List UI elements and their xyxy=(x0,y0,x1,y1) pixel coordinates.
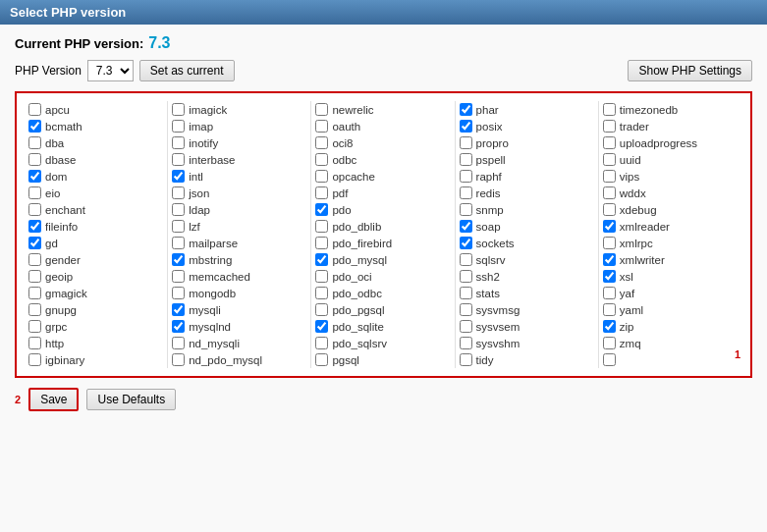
module-label-nd_mysqli[interactable]: nd_mysqli xyxy=(189,338,240,349)
module-label-nd_pdo_mysql[interactable]: nd_pdo_mysql xyxy=(189,354,262,366)
checkbox-inotify[interactable] xyxy=(172,136,185,149)
checkbox-bcmath[interactable] xyxy=(28,120,41,133)
checkbox-xmlwriter[interactable] xyxy=(603,253,616,266)
checkbox-wddx[interactable] xyxy=(603,186,616,199)
checkbox-interbase[interactable] xyxy=(172,153,185,166)
module-label-pdo_odbc[interactable]: pdo_odbc xyxy=(332,288,382,299)
module-label-uuid[interactable]: uuid xyxy=(620,154,641,166)
module-label-phar[interactable]: phar xyxy=(476,104,499,116)
module-label-pdo_dblib[interactable]: pdo_dblib xyxy=(332,221,381,233)
checkbox-zmq[interactable] xyxy=(603,337,616,349)
checkbox-zip[interactable] xyxy=(603,320,616,333)
module-label-wddx[interactable]: wddx xyxy=(620,187,646,199)
module-label-yaf[interactable]: yaf xyxy=(620,288,634,299)
checkbox-opcache[interactable] xyxy=(315,170,328,183)
checkbox-mongodb[interactable] xyxy=(172,287,185,299)
module-label-geoip[interactable]: geoip xyxy=(45,271,73,283)
checkbox-raphf[interactable] xyxy=(460,170,472,183)
module-label-sockets[interactable]: sockets xyxy=(476,238,515,249)
module-label-pdo_pgsql[interactable]: pdo_pgsql xyxy=(332,304,384,316)
checkbox-trader[interactable] xyxy=(603,120,616,133)
checkbox-fileinfo[interactable] xyxy=(28,220,41,233)
checkbox-propro[interactable] xyxy=(460,136,472,149)
module-label-igbinary[interactable]: igbinary xyxy=(45,354,84,366)
use-defaults-button[interactable]: Use Defaults xyxy=(86,389,176,410)
module-label-gnupg[interactable]: gnupg xyxy=(45,304,77,316)
checkbox-sysvsem[interactable] xyxy=(460,320,472,333)
checkbox-posix[interactable] xyxy=(460,120,472,133)
module-label-ldap[interactable]: ldap xyxy=(189,204,210,216)
module-label-timezonedb[interactable]: timezonedb xyxy=(620,104,678,116)
checkbox-oauth[interactable] xyxy=(315,120,328,133)
checkbox-xdebug[interactable] xyxy=(603,203,616,216)
checkbox-imap[interactable] xyxy=(172,120,185,133)
module-label-opcache[interactable]: opcache xyxy=(332,171,374,183)
checkbox-odbc[interactable] xyxy=(315,153,328,166)
checkbox-gmagick[interactable] xyxy=(28,287,41,299)
module-label-eio[interactable]: eio xyxy=(45,187,60,199)
module-label-apcu[interactable]: apcu xyxy=(45,104,70,116)
module-label-dbase[interactable]: dbase xyxy=(45,154,76,166)
checkbox-xmlreader[interactable] xyxy=(603,220,616,233)
checkbox-gender[interactable] xyxy=(28,253,41,266)
checkbox-[interactable] xyxy=(603,353,616,366)
module-label-pdo_oci[interactable]: pdo_oci xyxy=(332,271,371,283)
module-label-posix[interactable]: posix xyxy=(476,121,503,133)
checkbox-snmp[interactable] xyxy=(460,203,472,216)
checkbox-http[interactable] xyxy=(28,337,41,349)
module-label-grpc[interactable]: grpc xyxy=(45,321,67,333)
checkbox-redis[interactable] xyxy=(460,186,472,199)
checkbox-vips[interactable] xyxy=(603,170,616,183)
module-label-yaml[interactable]: yaml xyxy=(620,304,643,316)
module-label-oci8[interactable]: oci8 xyxy=(332,137,353,149)
checkbox-timezonedb[interactable] xyxy=(603,103,616,116)
checkbox-xmlrpc[interactable] xyxy=(603,237,616,249)
module-label-sysvsem[interactable]: sysvsem xyxy=(476,321,520,333)
module-label-xmlrpc[interactable]: xmlrpc xyxy=(620,238,653,249)
module-label-xsl[interactable]: xsl xyxy=(620,271,633,283)
module-label-stats[interactable]: stats xyxy=(476,288,500,299)
checkbox-pdo_odbc[interactable] xyxy=(315,287,328,299)
checkbox-pdo_sqlite[interactable] xyxy=(315,320,328,333)
show-settings-button[interactable]: Show PHP Settings xyxy=(628,60,752,81)
checkbox-json[interactable] xyxy=(172,186,185,199)
module-label-memcached[interactable]: memcached xyxy=(189,271,250,283)
module-label-dom[interactable]: dom xyxy=(45,171,67,183)
checkbox-xsl[interactable] xyxy=(603,270,616,283)
checkbox-gd[interactable] xyxy=(28,237,41,249)
module-label-soap[interactable]: soap xyxy=(476,221,501,233)
module-label-json[interactable]: json xyxy=(189,187,209,199)
module-label-sqlsrv[interactable]: sqlsrv xyxy=(476,254,506,266)
checkbox-enchant[interactable] xyxy=(28,203,41,216)
checkbox-phar[interactable] xyxy=(460,103,472,116)
checkbox-pdo_sqlsrv[interactable] xyxy=(315,337,328,349)
module-label-sysvmsg[interactable]: sysvmsg xyxy=(476,304,520,316)
module-label-bcmath[interactable]: bcmath xyxy=(45,121,82,133)
module-label-pdf[interactable]: pdf xyxy=(332,187,348,199)
php-version-select[interactable]: 5.45.55.67.07.17.27.37.48.0 xyxy=(87,60,134,81)
checkbox-geoip[interactable] xyxy=(28,270,41,283)
checkbox-soap[interactable] xyxy=(460,220,472,233)
checkbox-grpc[interactable] xyxy=(28,320,41,333)
module-label-inotify[interactable]: inotify xyxy=(189,137,218,149)
checkbox-mysqli[interactable] xyxy=(172,303,185,316)
checkbox-pdo_firebird[interactable] xyxy=(315,237,328,249)
checkbox-eio[interactable] xyxy=(28,186,41,199)
module-label-fileinfo[interactable]: fileinfo xyxy=(45,221,78,233)
checkbox-mailparse[interactable] xyxy=(172,237,185,249)
module-label-newrelic[interactable]: newrelic xyxy=(332,104,373,116)
module-label-gender[interactable]: gender xyxy=(45,254,81,266)
checkbox-pdf[interactable] xyxy=(315,186,328,199)
module-label-pgsql[interactable]: pgsql xyxy=(332,354,359,366)
checkbox-gnupg[interactable] xyxy=(28,303,41,316)
checkbox-memcached[interactable] xyxy=(172,270,185,283)
module-label-imagick[interactable]: imagick xyxy=(189,104,227,116)
checkbox-pgsql[interactable] xyxy=(315,353,328,366)
checkbox-uuid[interactable] xyxy=(603,153,616,166)
module-label-pdo_mysql[interactable]: pdo_mysql xyxy=(332,254,387,266)
module-label-vips[interactable]: vips xyxy=(620,171,639,183)
module-label-xdebug[interactable]: xdebug xyxy=(620,204,657,216)
checkbox-nd_mysqli[interactable] xyxy=(172,337,185,349)
module-label-snmp[interactable]: snmp xyxy=(476,204,504,216)
checkbox-pdo_oci[interactable] xyxy=(315,270,328,283)
